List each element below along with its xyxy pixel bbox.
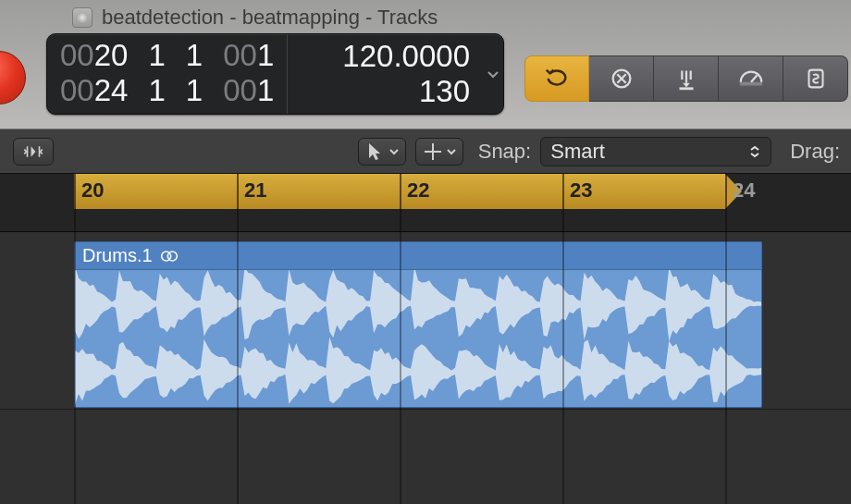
ruler-mark[interactable]: 20 — [74, 174, 76, 209]
track-separator — [0, 231, 851, 232]
drag-label: Drag: — [790, 140, 840, 164]
audio-region[interactable]: Drums.1 — [74, 241, 762, 408]
alt-tool-menu[interactable] — [415, 138, 463, 166]
grid-line — [237, 209, 239, 504]
chevron-down-icon — [446, 146, 457, 157]
chevron-down-icon — [486, 67, 500, 81]
metronome-button[interactable] — [719, 55, 783, 102]
ruler-mark[interactable]: 22 — [400, 174, 401, 209]
stereo-icon — [160, 250, 179, 263]
tracks-toolbar: Snap: Smart Drag: — [0, 129, 851, 174]
chevron-down-icon — [388, 146, 400, 157]
solo-icon — [802, 65, 830, 92]
svg-rect-1 — [679, 87, 693, 90]
record-button[interactable] — [0, 51, 26, 104]
lcd-position-row[interactable]: 00 20 1 1 00 1 — [60, 38, 274, 73]
replace-button[interactable] — [589, 55, 654, 102]
lcd-loc-bar-pad: 00 — [60, 73, 94, 108]
window-chrome: beatdetection - beatmapping - Tracks 00 … — [0, 0, 851, 129]
lcd-loc-bar[interactable]: 24 — [94, 73, 129, 108]
replace-icon — [608, 65, 635, 92]
tracks-area[interactable]: Drums.1 — [0, 209, 851, 504]
lcd-loc-beat[interactable]: 1 — [148, 73, 165, 108]
grid-line — [74, 209, 76, 504]
snap-menu[interactable]: Smart — [540, 137, 771, 166]
transport-button-group — [524, 55, 848, 102]
up-down-icon — [748, 145, 761, 158]
lcd-pos-bar[interactable]: 20 — [94, 38, 129, 73]
waveform — [75, 270, 761, 407]
grid-line — [725, 209, 727, 504]
titlebar: beatdetection - beatmapping - Tracks — [0, 0, 851, 31]
autopunch-button[interactable] — [654, 55, 719, 102]
svg-point-5 — [167, 252, 177, 261]
lcd-locator-row[interactable]: 00 24 1 1 00 1 — [60, 73, 274, 108]
lcd-pos-div[interactable]: 1 — [186, 38, 203, 73]
lcd-pos-tick-pad: 00 — [223, 38, 257, 73]
ruler-bar-number: 24 — [733, 178, 755, 203]
catch-playhead-button[interactable] — [13, 138, 54, 166]
lcd-loc-tick[interactable]: 1 — [257, 73, 274, 108]
window-title: beatdetection - beatmapping - Tracks — [102, 6, 438, 30]
svg-rect-2 — [739, 82, 761, 86]
lcd-pos-beat[interactable]: 1 — [148, 38, 165, 73]
grid-line — [562, 209, 564, 504]
ruler-bar-number: 20 — [81, 178, 104, 203]
solo-button[interactable] — [783, 55, 848, 102]
pointer-icon — [364, 141, 387, 163]
ruler-mark[interactable]: 21 — [237, 174, 239, 209]
lcd-pos-bar-pad: 00 — [60, 38, 94, 73]
pointer-tool-menu[interactable] — [358, 138, 406, 166]
ruler-mark[interactable]: 24 — [725, 174, 727, 209]
catch-playhead-icon — [21, 144, 45, 159]
crosshair-icon — [422, 141, 444, 163]
snap-label: Snap: — [478, 140, 532, 164]
lcd-pos-tick[interactable]: 1 — [257, 38, 274, 73]
lcd-loc-div[interactable]: 1 — [186, 73, 203, 108]
lcd-project-tempo[interactable]: 130 — [419, 74, 470, 109]
ruler-bar-number: 22 — [407, 178, 429, 203]
project-icon — [72, 7, 92, 28]
metronome-icon — [737, 65, 765, 92]
lcd-tempo[interactable]: 120.0000 — [342, 39, 470, 74]
region-header[interactable]: Drums.1 — [75, 242, 761, 270]
ruler-mark[interactable]: 23 — [562, 174, 564, 209]
track-separator — [0, 409, 851, 410]
ruler-bar-number: 23 — [570, 178, 592, 203]
snap-value: Smart — [550, 140, 605, 164]
lcd-loc-tick-pad: 00 — [223, 73, 257, 108]
grid-line — [400, 209, 401, 504]
ruler-bar-number: 21 — [244, 178, 266, 203]
region-name: Drums.1 — [82, 245, 153, 266]
cycle-icon — [543, 65, 571, 92]
autopunch-icon — [672, 65, 700, 92]
bar-ruler[interactable]: 2021222324 — [0, 174, 851, 209]
cycle-button[interactable] — [524, 55, 589, 102]
lcd-mode-menu[interactable] — [483, 34, 503, 114]
lcd-display[interactable]: 00 20 1 1 00 1 00 24 1 1 — [46, 33, 504, 115]
